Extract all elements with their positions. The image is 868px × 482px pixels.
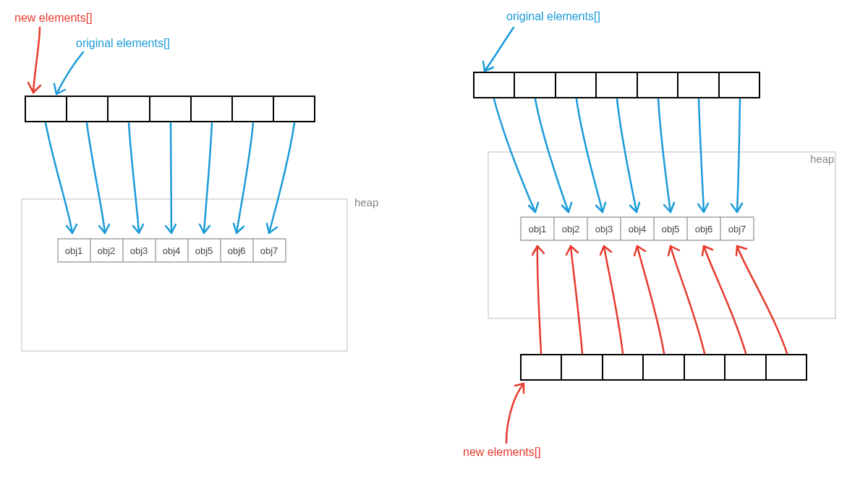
right-top-arrows	[494, 99, 742, 212]
right-obj-1: obj1	[529, 224, 547, 234]
left-obj-row: obj1 obj2 obj3 obj4 obj5 obj6 obj7	[58, 239, 286, 262]
left-new-arrow	[33, 28, 40, 93]
left-obj-3: obj3	[130, 245, 148, 256]
left-ref-arrows	[46, 123, 294, 233]
left-obj-4: obj4	[163, 245, 181, 256]
right-new-label: new elements[]	[463, 446, 541, 458]
right-obj-3: obj3	[595, 224, 613, 234]
right-obj-row: obj1 obj2 obj3 obj4 obj5 obj6 obj7	[521, 217, 754, 240]
right-new-arrow	[506, 384, 524, 443]
right-original-arrow	[485, 28, 514, 71]
right-bottom-array	[521, 355, 807, 380]
svg-rect-14	[474, 72, 760, 98]
left-panel: new elements[] original elements[] heap	[14, 12, 378, 351]
left-obj-6: obj6	[228, 245, 246, 256]
svg-rect-0	[25, 96, 315, 122]
right-obj-7: obj7	[728, 224, 746, 234]
right-original-label: original elements[]	[506, 10, 600, 22]
left-obj-2: obj2	[98, 245, 116, 256]
svg-rect-28	[521, 355, 807, 380]
right-heap-region	[488, 152, 835, 318]
right-obj-6: obj6	[695, 224, 713, 234]
left-obj-5: obj5	[195, 245, 213, 256]
left-new-label: new elements[]	[14, 12, 93, 24]
right-panel: original elements[] heap obj1 obj2	[463, 10, 835, 458]
right-obj-4: obj4	[629, 224, 647, 234]
left-original-label: original elements[]	[76, 37, 170, 49]
right-bottom-arrows	[532, 246, 787, 353]
right-obj-2: obj2	[562, 224, 580, 234]
right-top-array	[474, 72, 760, 98]
left-array-box	[25, 96, 315, 122]
left-obj-7: obj7	[260, 245, 278, 256]
diagram-canvas: .hand{stroke-linecap:round;stroke-linejo…	[0, 0, 868, 482]
left-obj-1: obj1	[65, 245, 83, 256]
left-heap-label: heap	[354, 196, 378, 208]
right-heap-label: heap	[810, 153, 834, 165]
left-original-arrow	[56, 52, 83, 94]
right-obj-5: obj5	[662, 224, 680, 234]
